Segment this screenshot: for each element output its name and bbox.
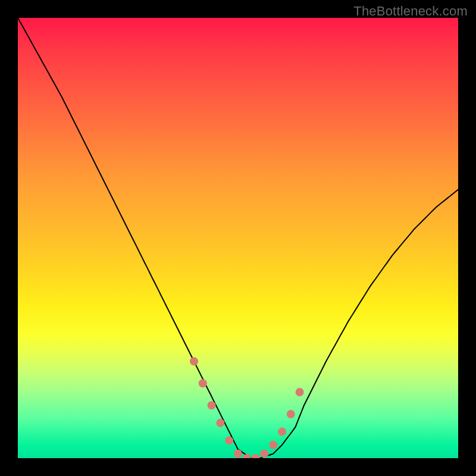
highlight-marker: [243, 454, 251, 458]
bottleneck-curve: [18, 18, 458, 458]
highlight-marker: [225, 436, 233, 444]
curve-layer: [18, 18, 458, 458]
watermark-text: TheBottleneck.com: [353, 4, 468, 19]
chart-frame: [18, 18, 458, 458]
plot-area: [18, 18, 458, 458]
highlight-marker: [234, 450, 242, 458]
highlight-marker: [190, 357, 198, 365]
highlight-marker: [252, 454, 260, 458]
highlight-markers: [190, 357, 304, 458]
highlight-marker: [208, 401, 216, 409]
highlight-marker: [216, 419, 224, 427]
highlight-marker: [199, 379, 207, 387]
highlight-marker: [278, 428, 286, 436]
highlight-marker: [269, 441, 277, 449]
highlight-marker: [296, 388, 304, 396]
highlight-marker: [260, 450, 268, 458]
highlight-marker: [287, 410, 295, 418]
